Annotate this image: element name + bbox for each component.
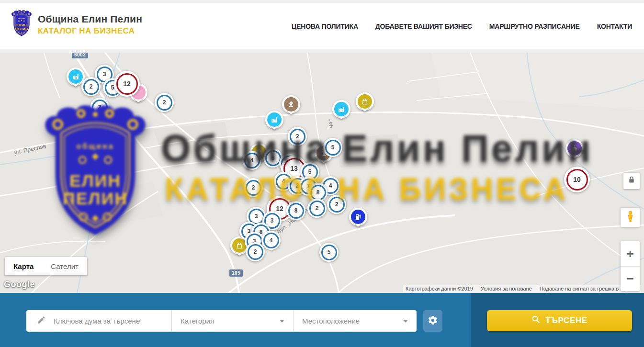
map-view-button[interactable]: Карта — [5, 257, 42, 275]
map-pin-factory[interactable] — [265, 111, 283, 129]
main-nav: ЦЕНОВА ПОЛИТИКА ДОБАВЕТЕ ВАШИЯТ БИЗНЕС М… — [292, 3, 632, 49]
map-pin-church[interactable] — [565, 139, 584, 157]
svg-text:ЕЛИН: ЕЛИН — [16, 23, 27, 27]
map-cluster-marker[interactable]: 2 — [90, 98, 109, 117]
map-cluster-marker[interactable]: 2 — [81, 77, 101, 96]
search-button-label: ТЪРСЕНЕ — [545, 316, 588, 325]
page-top-strip — [0, 0, 644, 3]
search-icon — [531, 315, 541, 326]
map-cluster-marker[interactable]: 2 — [155, 93, 174, 112]
map-cluster-marker[interactable]: 2 — [244, 178, 263, 197]
svg-text:ПЕЛИН: ПЕЛИН — [15, 27, 28, 31]
map-cluster-marker[interactable]: 5 — [323, 138, 342, 157]
nav-item-pricing[interactable]: ЦЕНОВА ПОЛИТИКА — [292, 22, 358, 30]
map-cluster-marker[interactable]: 12 — [114, 71, 140, 97]
keyword-field-wrap — [26, 310, 171, 332]
satellite-view-button[interactable]: Сателит — [42, 257, 87, 275]
location-select[interactable]: Местоположение — [293, 310, 417, 332]
pencil-icon — [37, 315, 46, 326]
pegman-button[interactable] — [621, 208, 640, 227]
zoom-control: + − — [621, 241, 640, 291]
search-fields-group: Категория Местоположение — [26, 310, 417, 332]
map-cluster-marker[interactable]: 8 — [286, 201, 305, 220]
zoom-in-button[interactable]: + — [621, 241, 640, 266]
nav-item-add-business[interactable]: ДОБАВЕТЕ ВАШИЯТ БИЗНЕС — [375, 22, 472, 30]
keyword-search-input[interactable] — [53, 316, 155, 325]
nav-item-route-schedule[interactable]: МАРШРУТНО РАЗПИСАНИЕ — [489, 22, 580, 30]
zoom-out-button[interactable]: − — [621, 266, 640, 291]
road-number-shield: 6002 — [72, 53, 88, 58]
category-select-label: Категория — [181, 317, 214, 325]
street-label: ци“ — [326, 119, 334, 128]
google-logo[interactable]: Google — [4, 280, 35, 290]
map-pin-fuel[interactable] — [349, 208, 367, 226]
map-cluster-marker[interactable]: 2 — [246, 242, 265, 261]
map-cluster-marker[interactable]: 4 — [261, 231, 281, 250]
map-type-control: Карта Сателит — [5, 257, 87, 275]
svg-text:община: община — [18, 18, 25, 20]
map-cluster-marker[interactable]: 10 — [564, 167, 590, 192]
category-select[interactable]: Категория — [171, 310, 293, 332]
map-cluster-marker[interactable]: 5 — [319, 243, 339, 262]
lock-button[interactable] — [623, 173, 640, 189]
map-cluster-marker[interactable]: 2 — [327, 195, 346, 214]
header-divider — [0, 49, 644, 53]
search-button[interactable]: ТЪРСЕНЕ — [487, 310, 632, 331]
advanced-search-button[interactable] — [423, 310, 442, 332]
map-cluster-marker[interactable]: 2 — [307, 199, 327, 218]
map-pin-factory[interactable] — [332, 100, 350, 118]
map-pin-worker[interactable] — [282, 95, 300, 113]
map-pin-bag[interactable] — [356, 92, 374, 111]
chevron-down-icon — [403, 320, 408, 323]
site-title: Община Елин Пелин — [38, 13, 142, 25]
pegman-icon — [624, 210, 637, 225]
nav-item-contacts[interactable]: КОНТАКТИ — [597, 22, 632, 30]
map[interactable]: 325122225647135427428212823338342510ул. … — [0, 53, 644, 293]
location-select-label: Местоположение — [302, 317, 360, 325]
road-number-shield: 105 — [229, 269, 243, 277]
header: община ЕЛИН ПЕЛИН Община Елин Пелин КАТА… — [0, 3, 644, 49]
municipality-crest-icon: община ЕЛИН ПЕЛИН — [11, 10, 33, 39]
gear-icon — [428, 315, 438, 327]
map-cluster-marker[interactable]: 4 — [242, 151, 261, 170]
site-logo[interactable]: община ЕЛИН ПЕЛИН Община Елин Пелин КАТА… — [11, 10, 142, 39]
attribution-terms-link[interactable]: Условия за ползване — [481, 286, 532, 291]
map-attribution: Картографски данни ©2019 Условия за полз… — [403, 285, 641, 292]
chevron-down-icon — [280, 320, 284, 323]
lock-icon — [627, 175, 636, 187]
map-cluster-marker[interactable]: 2 — [288, 127, 307, 146]
site-subtitle: КАТАЛОГ НА БИЗНЕСА — [38, 26, 142, 36]
attribution-copyright: Картографски данни ©2019 — [406, 286, 473, 291]
search-bar: Категория Местоположение ТЪРСЕНЕ — [0, 293, 644, 347]
